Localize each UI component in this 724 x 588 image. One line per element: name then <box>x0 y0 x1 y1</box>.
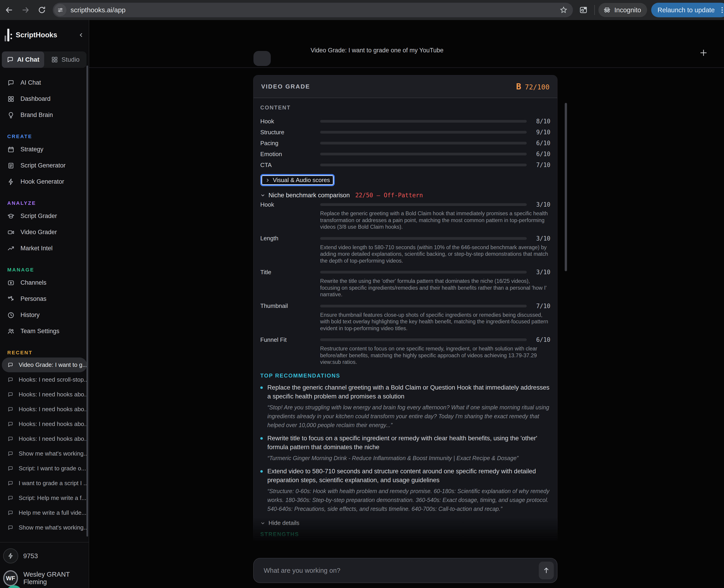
url-bar[interactable]: scripthooks.ai/app <box>53 3 573 17</box>
browser-toolbar: scripthooks.ai/app Incognito Relaunch to… <box>0 0 724 20</box>
sidebar-item-video-grader[interactable]: Video Grader <box>2 224 87 240</box>
score-bar <box>320 164 527 166</box>
sidebar-item-ai-chat[interactable]: AI Chat <box>2 75 87 91</box>
video-icon <box>7 229 15 236</box>
star-icon <box>559 6 568 14</box>
back-button[interactable] <box>2 3 16 17</box>
sidebar-item-script-grader[interactable]: Script Grader <box>2 208 87 224</box>
recent-chat-item[interactable]: Show me what's working... <box>2 446 87 461</box>
incognito-icon <box>603 6 611 14</box>
sidebar-item-channels[interactable]: Channels <box>2 275 87 291</box>
bubble-icon <box>7 495 14 501</box>
recent-chat-item[interactable]: Hooks: I need hooks abo... <box>2 417 87 432</box>
bolt-icon <box>7 552 14 559</box>
bubble-icon <box>7 480 14 486</box>
reload-button[interactable] <box>35 3 49 17</box>
credits-row[interactable]: 9753 <box>3 548 89 563</box>
recommendation-quote: “Structure: 0-60s: Hook with health prob… <box>267 487 550 513</box>
score-bar <box>320 131 527 133</box>
credits-chip <box>3 548 18 563</box>
bookmark-button[interactable] <box>557 4 570 16</box>
score-bar <box>320 271 527 274</box>
bubble-icon <box>7 362 14 368</box>
sidebar-scrollbar[interactable] <box>86 65 88 537</box>
section-label-manage: MANAGE <box>7 267 87 274</box>
video-grade-header: VIDEO GRADE B 72/100 <box>254 75 557 98</box>
recent-chat-item[interactable]: Hooks: I need hooks abo... <box>2 432 87 446</box>
bubble-icon <box>7 421 14 427</box>
sidebar-item-brand-brain[interactable]: Brand Brain <box>2 107 87 123</box>
recent-chat-item[interactable]: Hooks: I need scroll-stop... <box>2 372 87 387</box>
cap-icon <box>7 212 15 220</box>
score-bar <box>320 237 527 240</box>
score-value: 3/10 <box>527 235 550 242</box>
recent-chat-item[interactable]: Show me what's working... <box>2 520 87 535</box>
grid-icon <box>7 95 15 103</box>
score-row-pacing: Pacing 6/10 <box>260 138 550 149</box>
sidebar-item-strategy[interactable]: Strategy <box>2 141 87 158</box>
tab-studio[interactable]: Studio <box>44 51 86 68</box>
mode-tabs: AI Chat Studio <box>2 51 86 68</box>
sidebar-item-team-settings[interactable]: Team Settings <box>2 323 87 339</box>
section-label-create: CREATE <box>7 133 87 141</box>
nodes-icon <box>7 295 15 303</box>
doc-icon <box>7 162 15 169</box>
recent-chat-item[interactable]: Help me write a full vide... <box>2 505 87 520</box>
calendar-icon <box>7 146 15 153</box>
bubble-icon <box>7 510 14 516</box>
score-bar <box>320 120 527 123</box>
plus-icon <box>699 48 708 57</box>
url-text: scripthooks.ai/app <box>70 6 557 14</box>
forward-button[interactable] <box>18 3 33 17</box>
bullet-dot-icon <box>260 386 263 389</box>
content-section-label: CONTENT <box>260 104 550 111</box>
recent-chat-item[interactable]: Hooks: I need hooks abo... <box>2 387 87 402</box>
bubble-icon <box>7 525 14 531</box>
score-bar <box>320 153 527 155</box>
visual-audio-toggle[interactable]: Visual & Audio scores <box>260 174 335 186</box>
toolbar-separator <box>594 5 595 15</box>
recent-chat-item[interactable]: Video Grade: I want to g... <box>2 357 87 372</box>
benchmark-advice: Rewrite the title using the 'other' form… <box>320 278 550 298</box>
menu-dots-icon <box>718 6 724 14</box>
grade-letter: B <box>516 82 521 91</box>
recent-chat-item[interactable]: Script: Help me write a f... <box>2 490 87 505</box>
send-button[interactable] <box>539 562 554 579</box>
recent-chat-item[interactable]: Hooks: I need hooks abo... <box>2 402 87 417</box>
sidebar-item-dashboard[interactable]: Dashboard <box>2 91 87 107</box>
site-settings-button[interactable] <box>54 4 66 16</box>
score-bar <box>320 305 527 308</box>
bubble-icon <box>7 392 14 398</box>
side-panel-search-icon <box>579 6 588 14</box>
score-row-emotion: Emotion 6/10 <box>260 149 550 160</box>
score-value: 6/10 <box>527 140 550 147</box>
top-recommendations-label: TOP RECOMMENDATIONS <box>260 373 550 379</box>
niche-benchmark-toggle[interactable]: Niche benchmark comparison 22/50 — Off-P… <box>260 191 550 200</box>
bubble-icon <box>7 436 14 442</box>
tune-icon <box>57 6 64 14</box>
chevron-left-icon <box>78 31 85 39</box>
chat-input[interactable]: What are you working on? <box>253 558 557 583</box>
benchmark-advice: Replace the generic greeting with a Bold… <box>320 210 550 231</box>
incognito-label: Incognito <box>614 6 641 14</box>
sidebar-item-hook-generator[interactable]: Hook Generator <box>2 174 87 190</box>
score-row-cta: CTA 7/10 <box>260 160 550 170</box>
new-chat-button[interactable] <box>697 46 710 59</box>
sidebar-collapse-button[interactable] <box>78 31 85 39</box>
sidebar-footer: 9753 WF Wesley GRANT Fleming <box>0 542 89 588</box>
side-panel-button[interactable] <box>576 3 591 17</box>
chat-scrollbar[interactable] <box>565 103 567 271</box>
recent-chat-item[interactable]: Script: I want to grade o... <box>2 461 87 476</box>
sidebar-item-personas[interactable]: Personas <box>2 291 87 307</box>
sidebar-item-script-generator[interactable]: Script Generator <box>2 158 87 174</box>
score-row-hook: Hook 8/10 <box>260 116 550 127</box>
recent-chat-item[interactable]: I want to grade a script I ... <box>2 476 87 490</box>
bullet-dot-icon <box>260 437 263 440</box>
sidebar-item-history[interactable]: History <box>2 307 87 323</box>
tab-ai-chat[interactable]: AI Chat <box>2 51 44 68</box>
relaunch-button[interactable]: Relaunch to update <box>651 3 724 17</box>
user-row[interactable]: WF Wesley GRANT Fleming <box>3 570 89 586</box>
bubble-icon <box>7 450 14 457</box>
sidebar-item-market-intel[interactable]: Market Intel <box>2 240 87 256</box>
recommendation-item: Replace the generic channel greeting wit… <box>260 383 550 429</box>
